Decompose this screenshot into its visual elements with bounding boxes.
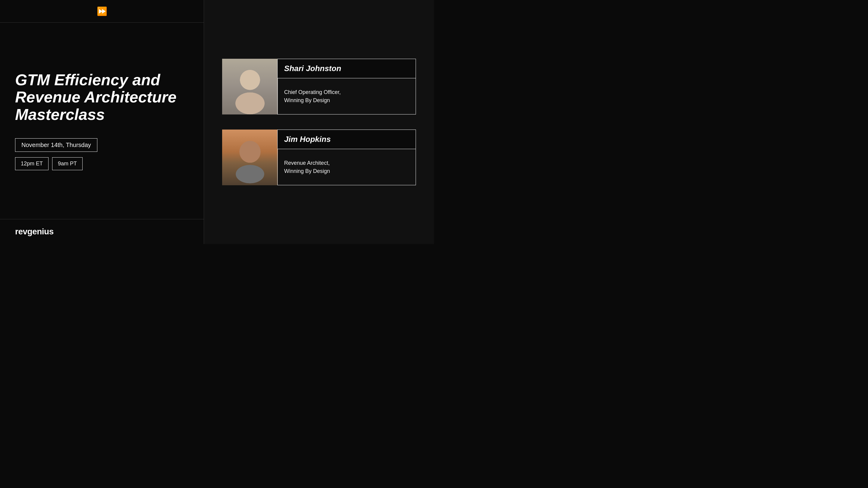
speaker-info-shari: Shari Johnston Chief Operating Officer,W… (277, 59, 416, 115)
speaker-name-box-jim: Jim Hopkins (277, 130, 416, 149)
speaker-role-jim: Revenue Architect,Winning By Design (284, 159, 330, 175)
time-pt-badge: 9am PT (52, 157, 83, 170)
speaker-info-jim: Jim Hopkins Revenue Architect,Winning By… (277, 130, 416, 185)
brand-name: revgenius (15, 227, 54, 236)
speaker-name-box-shari: Shari Johnston (277, 59, 416, 78)
speaker-card-jim: Jim Hopkins Revenue Architect,Winning By… (222, 130, 416, 185)
speaker-role-box-shari: Chief Operating Officer,Winning By Desig… (277, 78, 416, 115)
time-et-badge: 12pm ET (15, 157, 49, 170)
fast-forward-icon: ⏩ (97, 6, 107, 16)
speaker-name-shari: Shari Johnston (284, 64, 341, 73)
speaker-role-shari: Chief Operating Officer,Winning By Desig… (284, 88, 341, 104)
top-bar: ⏩ (0, 0, 204, 23)
speaker-card-shari: Shari Johnston Chief Operating Officer,W… (222, 59, 416, 115)
speaker-name-jim: Jim Hopkins (284, 135, 331, 144)
speaker-role-box-jim: Revenue Architect,Winning By Design (277, 149, 416, 185)
left-panel: ⏩ GTM Efficiency and Revenue Architectur… (0, 0, 204, 244)
speaker-photo-shari (222, 59, 278, 115)
right-panel: Shari Johnston Chief Operating Officer,W… (204, 0, 434, 244)
time-badges: 12pm ET 9am PT (15, 157, 189, 170)
bottom-bar: revgenius (0, 219, 204, 244)
date-badge: November 14th, Thursday (15, 138, 97, 152)
left-content: GTM Efficiency and Revenue Architecture … (0, 23, 204, 219)
event-title: GTM Efficiency and Revenue Architecture … (15, 71, 189, 123)
speaker-photo-jim (222, 130, 278, 185)
